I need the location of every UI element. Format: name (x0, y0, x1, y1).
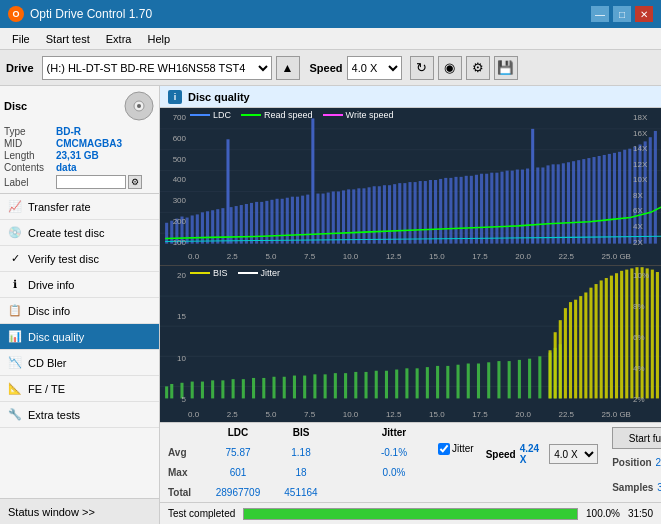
svg-rect-49 (368, 187, 371, 243)
sidebar-item-extra-tests[interactable]: 🔧 Extra tests (0, 402, 159, 428)
samples-value: 381549 (657, 482, 661, 493)
legend-ldc: LDC (190, 110, 231, 120)
svg-rect-114 (201, 381, 204, 398)
sidebar-item-label-extra-tests: Extra tests (28, 409, 80, 421)
speed-label: Speed (310, 62, 343, 74)
svg-rect-59 (419, 181, 422, 244)
svg-rect-124 (303, 375, 306, 398)
refresh-button[interactable]: ↻ (410, 56, 434, 80)
svg-rect-15 (196, 214, 199, 243)
sidebar-item-label-verify-test-disc: Verify test disc (28, 253, 99, 265)
drive-select[interactable]: (H:) HL-DT-ST BD-RE WH16NS58 TST4 (42, 56, 272, 80)
svg-rect-120 (262, 377, 265, 397)
maximize-button[interactable]: □ (613, 6, 631, 22)
svg-rect-115 (211, 380, 214, 398)
stats-max-label: Max (168, 467, 204, 478)
menu-help[interactable]: Help (139, 31, 178, 47)
legend-jitter-color (238, 272, 258, 274)
svg-rect-94 (598, 156, 601, 244)
svg-rect-77 (511, 171, 514, 244)
menu-file[interactable]: File (4, 31, 38, 47)
svg-rect-34 (291, 197, 294, 244)
sidebar-item-transfer-rate[interactable]: 📈 Transfer rate (0, 194, 159, 220)
svg-rect-55 (398, 183, 401, 244)
bottom-chart-y-left: 20 15 10 5 (160, 271, 188, 405)
sidebar-item-create-test-disc[interactable]: 💿 Create test disc (0, 220, 159, 246)
sidebar-item-disc-info[interactable]: 📋 Disc info (0, 298, 159, 324)
legend-bis-color (190, 272, 210, 274)
top-chart-y-left: 700 600 500 400 300 200 100 (160, 113, 188, 247)
stats-speed-select[interactable]: 4.0 X (549, 444, 598, 464)
svg-rect-17 (206, 211, 209, 243)
y-label-400: 400 (173, 175, 186, 184)
chart-header: i Disc quality (160, 86, 661, 108)
top-chart-x-axis: 0.0 2.5 5.0 7.5 10.0 12.5 15.0 17.5 20.0… (188, 249, 631, 265)
sidebar-item-label-create-test-disc: Create test disc (28, 227, 104, 239)
svg-rect-57 (408, 182, 411, 244)
svg-rect-19 (216, 209, 219, 243)
svg-rect-32 (281, 199, 284, 244)
disc-length-value: 23,31 GB (56, 150, 99, 161)
disc-panel: Disc Type BD-R MID CMCMAGBA3 Length 23,3… (0, 86, 159, 194)
disc-panel-title: Disc (4, 100, 27, 112)
stats-max-jitter: 0.0% (360, 467, 428, 478)
svg-rect-134 (405, 368, 408, 398)
fe-te-icon: 📐 (8, 382, 22, 396)
menu-extra[interactable]: Extra (98, 31, 140, 47)
progress-percent: 100.0% (586, 508, 620, 519)
svg-rect-43 (337, 191, 340, 243)
sidebar-item-disc-quality[interactable]: 📊 Disc quality (0, 324, 159, 350)
svg-rect-145 (518, 359, 521, 398)
legend-jitter-label: Jitter (261, 268, 281, 278)
stats-total-ldc: 28967709 (204, 487, 272, 498)
sidebar-item-fe-te[interactable]: 📐 FE / TE (0, 376, 159, 402)
svg-rect-27 (255, 202, 258, 244)
minimize-button[interactable]: — (591, 6, 609, 22)
svg-rect-39 (316, 194, 319, 244)
svg-rect-152 (554, 332, 557, 398)
svg-rect-122 (283, 376, 286, 398)
sidebar-item-label-disc-quality: Disc quality (28, 331, 84, 343)
sidebar-item-verify-test-disc[interactable]: ✓ Verify test disc (0, 246, 159, 272)
close-button[interactable]: ✕ (635, 6, 653, 22)
disc-label-btn[interactable]: ⚙ (128, 175, 142, 189)
disc-label-input[interactable] (56, 175, 126, 189)
bottom-chart-x-axis: 0.0 2.5 5.0 7.5 10.0 12.5 15.0 17.5 20.0… (188, 406, 631, 422)
svg-rect-146 (528, 358, 531, 398)
stats-total-bis: 451164 (272, 487, 330, 498)
svg-rect-163 (610, 275, 613, 398)
settings-button[interactable]: ⚙ (466, 56, 490, 80)
legend-bis-label: BIS (213, 268, 228, 278)
eject-button[interactable]: ▲ (276, 56, 300, 80)
status-window-button[interactable]: Status window >> (0, 498, 159, 524)
svg-rect-46 (352, 189, 355, 243)
svg-rect-147 (538, 356, 541, 398)
svg-rect-36 (301, 196, 304, 244)
speed-select[interactable]: 4.0 X (347, 56, 402, 80)
svg-rect-87 (562, 163, 565, 243)
svg-rect-79 (521, 170, 524, 244)
start-full-button[interactable]: Start full (612, 427, 661, 449)
svg-rect-153 (559, 320, 562, 398)
svg-rect-83 (541, 167, 544, 243)
legend-read-speed: Read speed (241, 110, 313, 120)
svg-rect-165 (620, 270, 623, 398)
disc-info-icon: 📋 (8, 304, 22, 318)
bottom-chart-y-right: 10% 8% 6% 4% 2% (631, 271, 661, 405)
jitter-checkbox[interactable] (438, 443, 450, 455)
sidebar-item-drive-info[interactable]: ℹ Drive info (0, 272, 159, 298)
svg-rect-63 (439, 179, 442, 244)
save-button[interactable]: 💾 (494, 56, 518, 80)
menu-start-test[interactable]: Start test (38, 31, 98, 47)
svg-rect-31 (276, 199, 279, 244)
disc-contents-value: data (56, 162, 77, 173)
disc-button[interactable]: ◉ (438, 56, 462, 80)
svg-rect-156 (574, 299, 577, 398)
legend-write-speed-label: Write speed (346, 110, 394, 120)
svg-rect-70 (475, 175, 478, 244)
svg-rect-132 (385, 370, 388, 398)
top-chart-svg (160, 108, 661, 265)
sidebar-item-cd-bler[interactable]: 📉 CD Bler (0, 350, 159, 376)
svg-rect-51 (378, 186, 381, 243)
svg-rect-158 (584, 292, 587, 398)
